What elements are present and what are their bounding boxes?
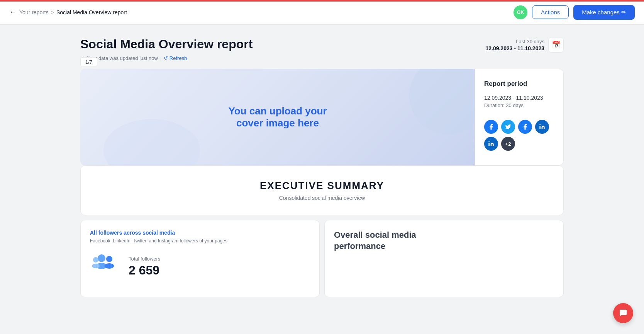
report-period-card: Report period 12.09.2023 - 11.10.2023 Du… (475, 69, 564, 165)
svg-point-6 (93, 257, 98, 262)
date-range-text: Last 30 days 12.09.2023 - 11.10.2023 (485, 39, 544, 51)
followers-total-row: Total followers 2 659 (90, 251, 310, 278)
report-title: Social Media Overview report (80, 37, 253, 51)
overall-title: Overall social mediaperformance (334, 230, 554, 252)
slide-indicator-container: 1/7 (80, 57, 97, 67)
cover-link[interactable]: cover image (236, 117, 295, 129)
report-subtitle: ✓ Your data was updated just now | ↺ Ref… (80, 55, 253, 61)
followers-title: All followers across social media (90, 230, 310, 236)
svg-point-5 (105, 263, 114, 269)
cover-line1: You can upload your (228, 105, 327, 117)
cover-section: You can upload your cover image here Rep… (80, 69, 564, 165)
social-icon-facebook[interactable] (484, 120, 498, 134)
cards-wrapper: EXECUTIVE SUMMARY Consolidated social me… (80, 165, 564, 297)
followers-icon (90, 251, 121, 278)
nav-right: GK Actions Make changes ✏ (514, 5, 635, 20)
report-title-section: Social Media Overview report ✓ Your data… (80, 37, 253, 61)
social-icons-container: +2 (484, 120, 554, 151)
svg-point-2 (98, 254, 105, 262)
back-button[interactable]: ← (9, 8, 16, 16)
main-content: Social Media Overview report ✓ Your data… (71, 25, 573, 297)
svg-point-4 (106, 256, 112, 262)
nav-left: ← Your reports > Social Media Overview r… (9, 8, 127, 16)
actions-button[interactable]: Actions (532, 5, 569, 19)
executive-title: EXECUTIVE SUMMARY (90, 180, 554, 192)
date-range-label: Last 30 days (485, 39, 544, 44)
social-icon-linkedin2[interactable] (484, 137, 498, 151)
social-icon-linkedin[interactable] (535, 120, 549, 134)
breadcrumb-parent[interactable]: Your reports (19, 9, 49, 15)
followers-label: Total followers (129, 256, 160, 262)
cover-line2: cover image here (228, 117, 327, 129)
bottom-cards: All followers across social media Facebo… (80, 220, 564, 297)
subtitle-separator: | (160, 55, 161, 61)
date-range-section: Last 30 days 12.09.2023 - 11.10.2023 📅 (485, 37, 564, 53)
calendar-icon: 📅 (552, 41, 560, 49)
make-changes-button[interactable]: Make changes ✏ (573, 5, 635, 20)
slide-area: 1/7 You can upload your cover image here… (80, 69, 564, 165)
report-period-dates: 12.09.2023 - 11.10.2023 (484, 95, 554, 101)
svg-point-1 (488, 141, 490, 142)
cover-image-area[interactable]: You can upload your cover image here (80, 69, 475, 165)
breadcrumb-current: Social Media Overview report (56, 9, 127, 15)
breadcrumb-separator: > (51, 9, 54, 15)
refresh-button[interactable]: ↺ Refresh (164, 55, 187, 61)
social-icon-more[interactable]: +2 (501, 137, 515, 151)
followers-count-section: Total followers 2 659 (129, 256, 160, 278)
followers-description: Facebook, LinkedIn, Twitter, and Instagr… (90, 238, 310, 244)
social-icon-facebook2[interactable] (518, 120, 532, 134)
report-header: Social Media Overview report ✓ Your data… (80, 37, 564, 61)
data-status-text: Your data was updated just now (87, 55, 158, 61)
top-navigation: ← Your reports > Social Media Overview r… (0, 0, 644, 25)
cover-text: You can upload your cover image here (228, 105, 327, 129)
svg-point-7 (92, 264, 100, 268)
chat-bubble-button[interactable] (613, 303, 633, 323)
executive-summary-card: EXECUTIVE SUMMARY Consolidated social me… (80, 165, 564, 215)
executive-subtitle: Consolidated social media overview (90, 195, 554, 201)
page-indicator: 1/7 (80, 57, 97, 67)
report-period-duration: Duration: 30 days (484, 102, 554, 108)
date-range-value: 12.09.2023 - 11.10.2023 (485, 45, 544, 51)
top-red-bar (0, 0, 644, 2)
svg-point-0 (539, 124, 541, 125)
calendar-button[interactable]: 📅 (548, 37, 564, 53)
overall-performance-card: Overall social mediaperformance (324, 220, 564, 297)
social-icon-twitter[interactable] (501, 120, 515, 134)
followers-card: All followers across social media Facebo… (80, 220, 320, 297)
followers-count: 2 659 (129, 263, 160, 278)
breadcrumb: Your reports > Social Media Overview rep… (19, 9, 127, 15)
report-period-title: Report period (484, 80, 554, 88)
avatar[interactable]: GK (514, 5, 527, 19)
